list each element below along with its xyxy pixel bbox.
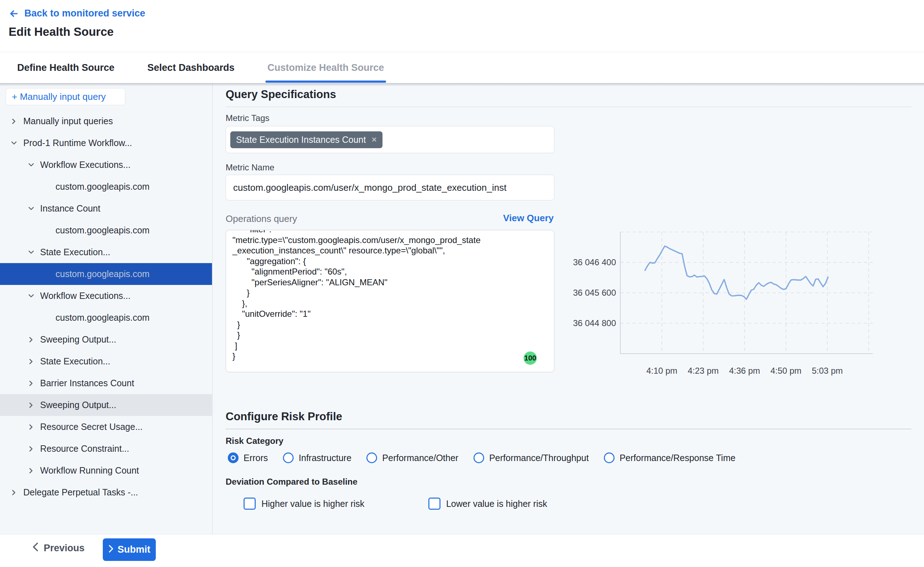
tree-item-label: State Execution... [40, 247, 110, 257]
tree-item[interactable]: Workflow Executions... [0, 285, 212, 307]
chevron-right-icon[interactable] [9, 488, 19, 497]
add-manual-query-button[interactable]: + Manually input query [6, 88, 125, 105]
tree-item[interactable]: State Execution... [0, 350, 212, 372]
metrics-tree-sidebar: + Manually input query Manually input qu… [0, 83, 213, 534]
chevron-right-icon [108, 544, 114, 555]
tree-item-label: custom.googleapis.com [56, 269, 160, 279]
radio-selected-icon[interactable] [228, 453, 239, 463]
back-to-monitored-service-link[interactable]: Back to monitored service [9, 8, 146, 19]
chevron-down-icon[interactable] [27, 160, 36, 170]
submit-button[interactable]: Submit [103, 538, 156, 561]
metric-name-label: Metric Name [225, 162, 274, 172]
radio-option-label: Performance/Throughput [489, 453, 589, 463]
radio-option-label: Errors [243, 453, 268, 463]
tree-item-label: custom.googleapis.com [56, 312, 160, 323]
tree-item-label: Resource Secret Usage... [40, 422, 143, 432]
metric-tags-label: Metric Tags [225, 113, 269, 123]
query-score-badge: 100 [524, 351, 537, 365]
chevron-down-icon[interactable] [27, 204, 36, 213]
radio-unselected-icon[interactable] [283, 453, 294, 463]
tree-item[interactable]: custom.googleapis.com [0, 176, 212, 198]
tree-item-label: Sweeping Output... [40, 334, 116, 345]
risk-category-option[interactable]: Infrastructure [283, 453, 352, 463]
tree-item-label: Barrier Instances Count [40, 378, 134, 388]
tree-item-label: Manually input queries [23, 116, 113, 126]
chevron-right-icon[interactable] [27, 444, 36, 453]
checkbox-unchecked-icon[interactable] [243, 498, 256, 510]
chevron-right-icon[interactable] [27, 422, 36, 432]
checkbox-option-label: Higher value is higher risk [261, 499, 365, 509]
view-query-link[interactable]: View Query [503, 213, 554, 224]
radio-unselected-icon[interactable] [473, 453, 484, 463]
chevron-down-icon[interactable] [27, 291, 36, 301]
submit-button-label: Submit [117, 544, 150, 555]
metric-preview-chart: 36 046 40036 045 60036 044 8004:10 pm4:2… [566, 232, 924, 382]
tree-item[interactable]: Delegate Perpetual Tasks -... [0, 482, 212, 503]
tree-item[interactable]: Manually input queries [0, 110, 212, 132]
chevron-down-icon[interactable] [27, 248, 36, 257]
checkbox-option-label: Lower value is higher risk [446, 499, 547, 509]
chart-plot-area [620, 232, 873, 354]
arrow-left-icon [9, 8, 20, 19]
chevron-right-icon[interactable] [9, 117, 19, 126]
tree-item[interactable]: State Execution... [0, 241, 212, 263]
risk-category-option[interactable]: Performance/Throughput [473, 453, 589, 463]
previous-button-label: Previous [44, 543, 84, 554]
previous-button[interactable]: Previous [32, 542, 84, 554]
chip-close-icon[interactable]: × [372, 135, 377, 144]
metric-tag-chip: State Execution Instances Count × [230, 131, 383, 148]
tree-item-label: Workflow Running Count [40, 465, 139, 476]
tree-item[interactable]: Workflow Executions... [0, 154, 212, 176]
chevron-right-icon[interactable] [27, 466, 36, 476]
chevron-left-icon [32, 542, 39, 554]
tree-item[interactable]: Barrier Instances Count [0, 372, 212, 394]
operations-query-label: Operations query [225, 213, 297, 224]
tree-item-label: custom.googleapis.com [56, 225, 160, 236]
tab-customize-health-source[interactable]: Customize Health Source [267, 52, 384, 83]
risk-category-option[interactable]: Performance/Other [367, 453, 458, 463]
risk-category-radio-group: ErrorsInfrastructurePerformance/OtherPer… [228, 453, 736, 463]
tree-item[interactable]: Instance Count [0, 198, 212, 219]
tree-item[interactable]: Resource Secret Usage... [0, 416, 212, 438]
tab-define-health-source[interactable]: Define Health Source [17, 52, 114, 83]
risk-category-option[interactable]: Errors [228, 453, 268, 463]
configure-risk-profile-heading: Configure Risk Profile [225, 410, 343, 423]
operations-query-row: Operations query View Query [225, 213, 554, 225]
back-link-label: Back to monitored service [24, 8, 146, 19]
tree-item[interactable]: Workflow Running Count [0, 460, 212, 482]
metric-name-input[interactable] [225, 175, 554, 201]
deviation-option[interactable]: Higher value is higher risk [243, 498, 365, 510]
tree-item-label: Sweeping Output... [40, 400, 116, 410]
metric-tag-chip-label: State Execution Instances Count [236, 135, 366, 145]
chevron-right-icon[interactable] [27, 357, 36, 366]
tree-item-label: Instance Count [40, 203, 100, 214]
tree-item[interactable]: Prod-1 Runtime Workflow... [0, 132, 212, 154]
radio-unselected-icon[interactable] [367, 453, 377, 463]
operations-query-code: "filter": "metric.type=\"custom.googleap… [233, 230, 548, 362]
code-scroll-area: "filter": "metric.type=\"custom.googleap… [226, 230, 554, 372]
deviation-option[interactable]: Lower value is higher risk [428, 498, 547, 510]
chevron-right-icon[interactable] [27, 379, 36, 388]
chevron-down-icon[interactable] [9, 138, 19, 148]
tree-item[interactable]: Sweeping Output... [0, 328, 212, 350]
tree-item[interactable]: custom.googleapis.com [0, 219, 212, 241]
metric-tags-input[interactable]: State Execution Instances Count × [225, 126, 554, 153]
tree-item[interactable]: Resource Constraint... [0, 438, 212, 460]
tree-item-label: custom.googleapis.com [56, 182, 160, 192]
footer-bar: Previous Submit [0, 534, 924, 567]
page-header: Back to monitored service Edit Health So… [0, 0, 924, 52]
radio-unselected-icon[interactable] [604, 453, 614, 463]
radio-option-label: Performance/Other [382, 453, 458, 463]
tree-item[interactable]: custom.googleapis.com [0, 263, 212, 285]
chevron-right-icon[interactable] [27, 400, 36, 410]
tree-item[interactable]: custom.googleapis.com [0, 307, 212, 328]
tab-select-dashboards[interactable]: Select Dashboards [147, 52, 234, 83]
x-axis-tick-label: 5:03 pm [802, 366, 852, 376]
chevron-right-icon[interactable] [27, 335, 36, 344]
tree-item[interactable]: Sweeping Output... [0, 394, 212, 416]
risk-category-option[interactable]: Performance/Response Time [604, 453, 736, 463]
risk-category-label: Risk Category [225, 436, 283, 446]
operations-query-editor[interactable]: "filter": "metric.type=\"custom.googleap… [225, 230, 554, 372]
checkbox-unchecked-icon[interactable] [428, 498, 440, 510]
section-divider [225, 106, 912, 107]
